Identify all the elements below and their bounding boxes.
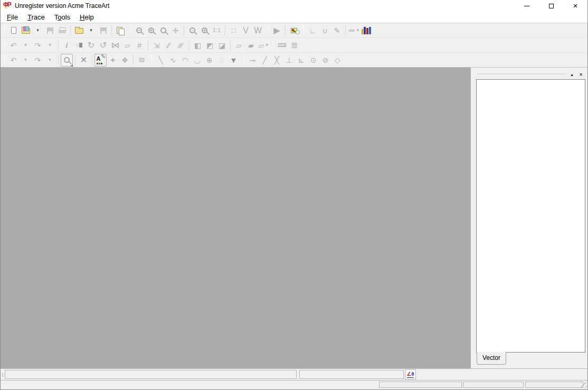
zoom-all-button[interactable]: ◦ <box>186 24 198 37</box>
rotate-180-button[interactable]: ↺ <box>97 39 109 52</box>
rotate-button[interactable]: ↻ <box>85 39 97 52</box>
snap-center-button[interactable]: ⊙ <box>307 54 319 66</box>
snap-tangent-button[interactable]: ⊘ <box>319 54 331 66</box>
vector-redo-button[interactable]: ↷ <box>32 54 44 66</box>
flip-horizontal-button[interactable]: ⋈ <box>109 39 121 52</box>
delete-curve-button[interactable]: ◡ <box>191 54 203 66</box>
snap-intersection-button[interactable]: ╳ <box>271 54 283 66</box>
raster-redo-dropdown[interactable]: ▾ <box>44 39 56 52</box>
snap-perpendicular-button[interactable]: ⊥ <box>283 54 295 66</box>
skew-button[interactable]: ▱ <box>121 39 134 52</box>
snap-corner-button[interactable]: ∟ <box>307 24 319 37</box>
snap-quadrant-button[interactable]: ◇ <box>331 54 344 66</box>
fill-polygon-button[interactable]: ▼ <box>227 54 240 66</box>
measure-button[interactable] <box>276 39 288 52</box>
toolbar-drag-handle[interactable] <box>4 54 5 62</box>
magic-wand-button[interactable]: ✦ <box>107 54 119 66</box>
auto-color-button[interactable]: A✎ <box>94 54 107 66</box>
image-info-button[interactable]: i <box>61 39 73 52</box>
brush-button[interactable]: ✏▾ <box>348 24 360 37</box>
zoom-out-button[interactable]: − <box>133 24 145 37</box>
toolbar-drag-handle[interactable] <box>273 40 273 47</box>
add-circle-button[interactable]: ⊕ <box>203 54 215 66</box>
open-image-dropdown[interactable]: ▾ <box>32 24 44 37</box>
vector-redo-dropdown[interactable]: ▾ <box>44 54 56 66</box>
chevron-down-icon: ▾ <box>36 28 39 33</box>
new-image-button[interactable] <box>7 24 20 37</box>
angle-mode-button[interactable]: ∠θ <box>405 369 416 379</box>
raster-undo-button[interactable]: ↶ <box>7 39 20 52</box>
add-arc-button[interactable]: ◠ <box>179 54 191 66</box>
view-vector-button[interactable]: V <box>240 24 252 37</box>
trace-options-button[interactable] <box>288 24 300 37</box>
pan-button[interactable]: ✛ <box>169 24 182 37</box>
menu-help[interactable]: Help <box>75 12 99 23</box>
save-project-button[interactable] <box>97 24 109 37</box>
resample-button[interactable]: ⇲ <box>150 39 163 52</box>
open-image-button[interactable] <box>20 24 32 37</box>
maximize-button[interactable] <box>539 0 563 12</box>
log-window-button[interactable]: ≣ <box>288 39 300 52</box>
tab-vector[interactable]: Vector <box>477 352 506 365</box>
erase-tool-button[interactable]: ▱▾ <box>257 39 269 52</box>
crop-button[interactable]: # <box>134 39 146 52</box>
toolbar-drag-handle[interactable] <box>268 25 268 33</box>
fill-area-button[interactable]: ◩ <box>204 39 216 52</box>
layers-button[interactable]: ≋ <box>136 54 148 66</box>
toolbar-drag-handle[interactable] <box>130 25 130 33</box>
print-button[interactable] <box>56 24 68 37</box>
image-canvas[interactable] <box>1 68 471 368</box>
delete-selection-button[interactable]: ✕ <box>78 54 90 66</box>
snap-pin-button[interactable]: ✎ <box>331 24 343 37</box>
snap-segment-button[interactable]: ╱ <box>259 54 271 66</box>
edit-polyline-button[interactable]: ∿ <box>167 54 179 66</box>
vector-undo-dropdown[interactable]: ▾ <box>20 54 32 66</box>
remove-hatch-button[interactable]: ∕∕ <box>163 39 175 52</box>
vector-undo-button[interactable]: ↶ <box>7 54 20 66</box>
fill-holes-button[interactable]: ◧ <box>192 39 204 52</box>
toolbar-drag-handle[interactable] <box>243 54 244 62</box>
panel-gripper[interactable] <box>477 74 566 75</box>
menu-tools[interactable]: Tools <box>50 12 75 23</box>
raster-redo-button[interactable]: ↷ <box>32 39 44 52</box>
toolbar-drag-handle[interactable] <box>4 40 5 47</box>
toolbar-drag-handle[interactable] <box>4 25 5 33</box>
erase-area-button[interactable]: ▰ <box>245 39 257 52</box>
select-ellipse-button[interactable]: ◌ <box>215 54 227 66</box>
vector-list-area[interactable] <box>476 79 585 353</box>
open-project-dropdown[interactable]: ▾ <box>85 24 97 37</box>
minimize-button[interactable] <box>515 0 539 12</box>
menu-trace[interactable]: Trace <box>23 12 50 23</box>
copy-clipboard-button[interactable] <box>114 24 126 37</box>
toolbar-drag-handle[interactable] <box>304 25 304 33</box>
zoom-window-button[interactable] <box>157 24 169 37</box>
zoom-pixel-button[interactable]: + <box>198 24 211 37</box>
trace-run-button[interactable]: ▶ <box>271 24 283 37</box>
panel-close-button[interactable]: ✕ <box>577 71 584 78</box>
new-document-icon <box>11 27 16 34</box>
snap-angle-button[interactable]: ⊾ <box>295 54 307 66</box>
draw-line-button[interactable]: ╲ <box>155 54 167 66</box>
zoom-in-button[interactable]: + <box>145 24 157 37</box>
binarize-button[interactable]: ○ <box>73 39 85 52</box>
snap-endpoint-button[interactable]: ⊸ <box>246 54 259 66</box>
snap-magnet-button[interactable]: ∪ <box>319 24 331 37</box>
view-inspect-button[interactable]: ➤ <box>61 54 73 66</box>
raster-undo-dropdown[interactable]: ▾ <box>20 39 32 52</box>
help-library-button[interactable] <box>360 24 372 37</box>
resize-grip[interactable] <box>581 382 587 388</box>
zoom-1to1-button[interactable]: 1:1 <box>211 24 223 37</box>
toolbar-drag-handle[interactable] <box>151 54 152 62</box>
menu-file[interactable]: File <box>2 12 23 23</box>
view-wireframe-button[interactable]: W <box>252 24 264 37</box>
show-grid-button[interactable]: ∷ <box>227 24 240 37</box>
close-button[interactable]: ✕ <box>563 0 587 12</box>
panel-collapse-button[interactable]: ▴ <box>568 71 575 78</box>
save-image-button[interactable] <box>44 24 56 37</box>
open-project-button[interactable] <box>73 24 85 37</box>
fill-color-button[interactable]: ◪ <box>216 39 228 52</box>
node-edit-button[interactable]: ❖ <box>119 54 131 66</box>
erase-speckles-button[interactable]: ▱ <box>233 39 245 52</box>
fill-icon: ◧ <box>194 42 201 49</box>
remove-hatch-dense-button[interactable]: ∕∕∕ <box>175 39 187 52</box>
